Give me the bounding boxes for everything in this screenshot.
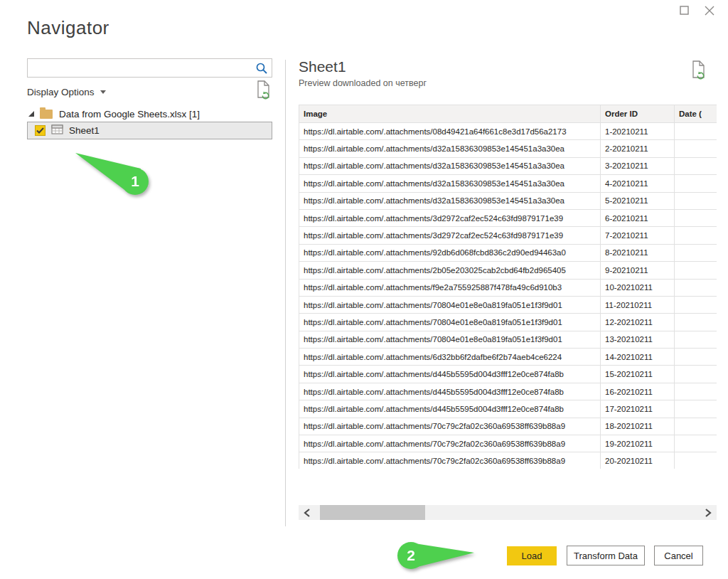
column-header: Order ID (601, 105, 675, 123)
table-row: https://dl.airtable.com/.attachments/08d… (299, 123, 717, 140)
table-cell: 13-20210211 (601, 331, 675, 348)
table-cell: https://dl.airtable.com/.attachments/708… (299, 331, 601, 348)
table-cell: 4-20210211 (601, 175, 675, 192)
table-cell (675, 209, 717, 226)
cancel-button[interactable]: Cancel (654, 546, 703, 565)
table-cell: 11-20210211 (601, 296, 675, 313)
annotation-step-2: 2 (390, 538, 482, 575)
table-cell: https://dl.airtable.com/.attachments/3d2… (299, 209, 601, 226)
table-cell: 19-20210211 (601, 435, 675, 452)
refresh-document-icon (691, 71, 707, 82)
table-cell: 16-20210211 (601, 383, 675, 400)
preview-table-head-row: ImageOrder IDDate ( (299, 105, 717, 123)
table-cell (675, 331, 717, 348)
table-row: https://dl.airtable.com/.attachments/d44… (299, 383, 717, 400)
preview-subtitle: Preview downloaded on четверг (299, 78, 427, 88)
scroll-right-arrow[interactable] (701, 505, 715, 520)
maximize-button[interactable] (677, 4, 691, 18)
table-cell: https://dl.airtable.com/.attachments/2b0… (299, 262, 601, 279)
sheet1-checkbox[interactable] (35, 125, 46, 136)
table-cell: https://dl.airtable.com/.attachments/d32… (299, 157, 601, 174)
table-row: https://dl.airtable.com/.attachments/d44… (299, 400, 717, 418)
table-row: https://dl.airtable.com/.attachments/92d… (299, 244, 717, 261)
close-button[interactable] (702, 4, 717, 18)
preview-title: Sheet1 (299, 58, 346, 75)
column-header: Date ( (675, 105, 717, 123)
sheet1-label: Sheet1 (69, 125, 100, 136)
table-cell: https://dl.airtable.com/.attachments/d44… (299, 400, 601, 418)
folder-icon (40, 110, 53, 119)
table-row: https://dl.airtable.com/.attachments/708… (299, 314, 717, 331)
table-cell (675, 383, 717, 400)
table-cell: https://dl.airtable.com/.attachments/d44… (299, 383, 601, 400)
table-cell (675, 123, 717, 140)
table-cell: 10-20210211 (601, 279, 675, 296)
table-cell: https://dl.airtable.com/.attachments/3d2… (299, 227, 601, 244)
table-cell: https://dl.airtable.com/.attachments/d32… (299, 175, 601, 192)
table-cell: 9-20210211 (601, 262, 675, 279)
annotation-2-label: 2 (407, 547, 415, 563)
scroll-left-arrow[interactable] (300, 505, 314, 520)
column-header: Image (299, 105, 601, 123)
table-cell (675, 349, 717, 366)
panel-divider (285, 60, 286, 526)
table-cell: 7-20210211 (601, 227, 675, 244)
table-cell (675, 140, 717, 157)
search-box (27, 58, 272, 78)
table-row: https://dl.airtable.com/.attachments/3d2… (299, 209, 717, 226)
table-cell: https://dl.airtable.com/.attachments/708… (299, 314, 601, 331)
preview-table: ImageOrder IDDate ( https://dl.airtable.… (299, 105, 717, 469)
transform-data-button[interactable]: Transform Data (567, 546, 645, 565)
preview-table-body: https://dl.airtable.com/.attachments/08d… (299, 123, 717, 469)
table-cell: 14-20210211 (601, 349, 675, 366)
tree-root-item[interactable]: Data from Google Sheets.xlsx [1] (27, 107, 272, 121)
refresh-preview-button[interactable] (256, 80, 272, 102)
table-row: https://dl.airtable.com/.attachments/708… (299, 331, 717, 348)
close-icon (705, 6, 714, 18)
table-cell: https://dl.airtable.com/.attachments/d32… (299, 192, 601, 209)
scrollbar-thumb[interactable] (320, 505, 425, 520)
search-input[interactable] (32, 60, 252, 76)
table-row: https://dl.airtable.com/.attachments/708… (299, 296, 717, 313)
table-row: https://dl.airtable.com/.attachments/70c… (299, 452, 717, 469)
table-cell (675, 262, 717, 279)
table-cell (675, 435, 717, 452)
table-row: https://dl.airtable.com/.attachments/2b0… (299, 262, 717, 279)
display-options-dropdown[interactable]: Display Options (27, 85, 106, 99)
refresh-preview-button-right[interactable] (691, 60, 707, 82)
sidebar-item-sheet1[interactable]: Sheet1 (27, 122, 272, 139)
table-cell: https://dl.airtable.com/.attachments/08d… (299, 123, 601, 140)
table-cell (675, 400, 717, 418)
table-cell: https://dl.airtable.com/.attachments/d44… (299, 366, 601, 383)
search-icon (255, 62, 268, 78)
chevron-down-icon (100, 90, 106, 94)
refresh-document-icon (256, 91, 272, 102)
table-cell: https://dl.airtable.com/.attachments/70c… (299, 452, 601, 469)
table-row: https://dl.airtable.com/.attachments/6d3… (299, 349, 717, 366)
table-row: https://dl.airtable.com/.attachments/d44… (299, 366, 717, 383)
table-cell (675, 157, 717, 174)
page-title: Navigator (27, 17, 109, 39)
table-cell (675, 175, 717, 192)
table-cell (675, 244, 717, 261)
table-row: https://dl.airtable.com/.attachments/d32… (299, 140, 717, 157)
table-cell: https://dl.airtable.com/.attachments/70c… (299, 418, 601, 435)
table-cell: 15-20210211 (601, 366, 675, 383)
table-cell: https://dl.airtable.com/.attachments/d32… (299, 140, 601, 157)
annotation-1-label: 1 (131, 173, 139, 189)
table-row: https://dl.airtable.com/.attachments/3d2… (299, 227, 717, 244)
table-cell: 17-20210211 (601, 400, 675, 418)
table-cell (675, 227, 717, 244)
load-button[interactable]: Load (507, 546, 557, 565)
table-cell: 18-20210211 (601, 418, 675, 435)
table-row: https://dl.airtable.com/.attachments/d32… (299, 157, 717, 174)
table-cell: https://dl.airtable.com/.attachments/92d… (299, 244, 601, 261)
table-cell (675, 418, 717, 435)
maximize-icon (680, 6, 689, 17)
table-cell: 3-20210211 (601, 157, 675, 174)
annotation-step-1: 1 (70, 147, 158, 199)
table-row: https://dl.airtable.com/.attachments/d32… (299, 175, 717, 192)
horizontal-scrollbar[interactable] (299, 505, 717, 520)
table-cell: 12-20210211 (601, 314, 675, 331)
table-cell: https://dl.airtable.com/.attachments/708… (299, 296, 601, 313)
